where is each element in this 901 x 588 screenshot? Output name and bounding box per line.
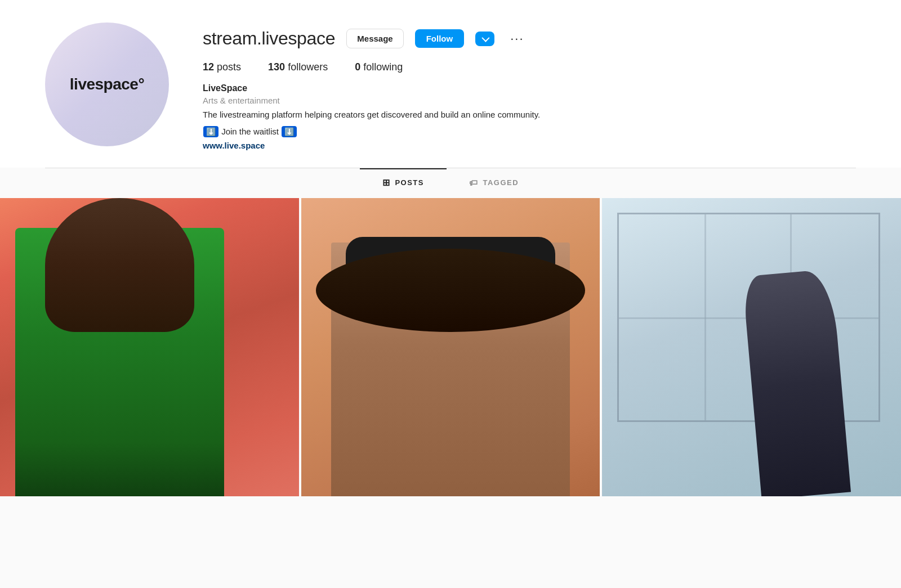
profile-bio: The livestreaming platform helping creat… xyxy=(203,109,597,122)
followers-label: followers xyxy=(288,61,328,73)
posts-count: 12 xyxy=(203,61,214,73)
avatar-container: livespace° xyxy=(45,23,169,146)
message-button[interactable]: Message xyxy=(346,29,403,48)
emoji-arrow-down-1: ⬇️ xyxy=(203,126,218,137)
profile-header-row: stream.livespace Message Follow ··· xyxy=(203,28,856,49)
tabs-section: ⊞ POSTS 🏷 TAGGED xyxy=(0,168,901,196)
chevron-down-icon xyxy=(482,34,490,42)
avatar-logo: livespace° xyxy=(70,75,144,93)
grid-icon: ⊞ xyxy=(382,177,391,188)
profile-info: stream.livespace Message Follow ··· 12 p… xyxy=(203,23,856,151)
follow-dropdown-button[interactable] xyxy=(475,32,494,46)
posts-grid xyxy=(0,198,901,497)
post-item[interactable] xyxy=(0,198,299,497)
following-count: 0 xyxy=(355,61,360,73)
profile-section: livespace° stream.livespace Message Foll… xyxy=(0,0,901,168)
profile-cta: ⬇️ Join the waitlist ⬇️ xyxy=(203,126,856,137)
tab-posts-label: POSTS xyxy=(395,178,424,187)
following-stat[interactable]: 0 following xyxy=(355,61,403,73)
following-label: following xyxy=(363,61,403,73)
post-item[interactable] xyxy=(301,198,600,497)
display-name: LiveSpace xyxy=(203,83,856,93)
followers-count: 130 xyxy=(268,61,285,73)
followers-stat[interactable]: 130 followers xyxy=(268,61,328,73)
profile-link[interactable]: www.live.space xyxy=(203,141,265,150)
follow-button[interactable]: Follow xyxy=(415,29,465,48)
posts-label: posts xyxy=(217,61,241,73)
more-options-button[interactable]: ··· xyxy=(506,29,528,48)
post-item[interactable] xyxy=(602,198,901,497)
profile-username: stream.livespace xyxy=(203,28,335,49)
avatar: livespace° xyxy=(45,23,169,146)
posts-stat[interactable]: 12 posts xyxy=(203,61,241,73)
tab-tagged-label: TAGGED xyxy=(483,178,519,187)
profile-category: Arts & entertainment xyxy=(203,96,856,105)
tab-posts[interactable]: ⊞ POSTS xyxy=(360,168,447,196)
emoji-arrow-down-2: ⬇️ xyxy=(282,126,297,137)
tag-icon: 🏷 xyxy=(469,178,479,187)
tab-tagged[interactable]: 🏷 TAGGED xyxy=(447,168,541,196)
stats-row: 12 posts 130 followers 0 following xyxy=(203,61,856,73)
